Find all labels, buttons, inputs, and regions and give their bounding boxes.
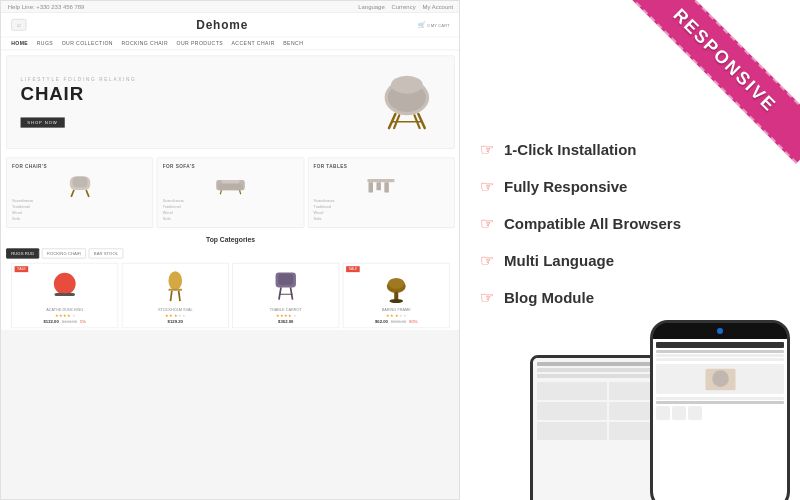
svg-rect-25 (55, 293, 75, 296)
tab-bar-stool[interactable]: BAR STOOL (89, 248, 123, 258)
phone-img-placeholder (656, 364, 784, 394)
phone-content-bar-1 (656, 350, 784, 353)
product-card-3[interactable]: THABLE CARROT ★★★★★ $362.00 (232, 263, 339, 328)
feature-icon-2: ☞ (480, 177, 494, 196)
feature-text-4: Multi Language (504, 252, 614, 269)
cat-tables-icon (364, 172, 398, 198)
nav-bench[interactable]: BENCH (283, 41, 303, 46)
product-card-4[interactable]: Sale BARING FRAME ★★★★★ $ (343, 263, 450, 328)
product-name-2: STOCKHOLM SVAL (126, 308, 225, 312)
cat-sofas-title: FOR SOFA'S (163, 163, 298, 168)
phone-content-bar-5 (656, 401, 784, 404)
nav-collection[interactable]: OUR COLLECTION (62, 41, 113, 46)
svg-line-11 (86, 190, 89, 197)
right-panel: RESPONSIVE ☞ 1-Click Installation ☞ Full… (460, 0, 800, 500)
site-nav: HOME RUGS OUR COLLECTION ROCKING CHAIR O… (1, 38, 460, 51)
product-grid: Sale ACATHE DUNCHING ★★★★★ (6, 263, 455, 328)
cat-chairs-icon (63, 172, 97, 198)
product-img-1 (15, 267, 114, 305)
product-price-2: $129.20 (126, 319, 225, 324)
cart-button[interactable]: 🛒 0 MY CART (418, 21, 450, 28)
nav-home[interactable]: HOME (11, 41, 28, 46)
svg-rect-9 (72, 176, 87, 187)
product-stars-2: ★★★★★ (126, 313, 225, 318)
phone-bottom-icon-3 (688, 406, 702, 420)
phone-content-bar-3 (656, 358, 784, 361)
feature-icon-5: ☞ (480, 288, 494, 307)
hero-title: CHAIR (21, 85, 373, 104)
product-price-4: $62.00 $900.00 90% (347, 319, 446, 324)
svg-rect-21 (385, 182, 390, 192)
svg-point-38 (389, 299, 403, 303)
product-img-3 (236, 267, 335, 305)
site-logo: Dehome (196, 18, 248, 32)
tab-rocking[interactable]: ROCKING CHAIR (42, 248, 86, 258)
svg-point-40 (712, 370, 729, 387)
product-name-1: ACATHE DUNCHING (15, 308, 114, 312)
phone-bottom-icon-2 (672, 406, 686, 420)
phone-notch (653, 323, 787, 339)
category-tabs: RUGS RUG ROCKING CHAIR BAR STOOL (6, 248, 455, 258)
svg-line-10 (71, 190, 74, 197)
product-img-4 (347, 267, 446, 305)
feature-5: ☞ Blog Module (480, 288, 681, 307)
cat-chairs-items: ScandinaviaTraditionalWoodSofa (12, 197, 147, 221)
svg-line-33 (291, 288, 293, 300)
cat-sofas[interactable]: FOR SOFA'S ScandinaviaTraditionalWoodSof… (157, 157, 304, 227)
responsive-ribbon: RESPONSIVE (621, 0, 800, 164)
nav-rugs[interactable]: RUGS (37, 41, 53, 46)
phone-frame (650, 320, 790, 500)
cat-tables[interactable]: FOR TABLES ScandinaviaTraditionalWoodSof… (308, 157, 455, 227)
feature-text-3: Compatible All Browsers (504, 215, 681, 232)
phone-bottom-icon-1 (656, 406, 670, 420)
svg-point-26 (168, 271, 182, 290)
tab-rugs[interactable]: RUGS RUG (6, 248, 39, 258)
account-link[interactable]: My Account (422, 4, 453, 10)
search-icon: ⌕ (17, 21, 21, 29)
shop-now-button[interactable]: SHOP NOW (21, 117, 65, 127)
svg-line-28 (170, 291, 171, 301)
top-categories-title: Top Categories (6, 236, 455, 244)
mobile-preview (650, 320, 800, 500)
cat-chairs[interactable]: FOR CHAIR'S ScandinaviaTraditionalWoodSo… (6, 157, 153, 227)
svg-point-36 (388, 278, 404, 289)
feature-text-5: Blog Module (504, 289, 594, 306)
svg-point-2 (391, 75, 423, 93)
site-topbar: Help Line: +330 233 456 789 Language Cur… (1, 1, 460, 13)
cart-icon: 🛒 (418, 21, 426, 28)
feature-3: ☞ Compatible All Browsers (480, 214, 681, 233)
cart-label: 0 MY CART (427, 22, 450, 27)
svg-point-22 (54, 273, 76, 295)
feature-icon-4: ☞ (480, 251, 494, 270)
hero-chair-image (372, 66, 440, 138)
product-img-2 (126, 267, 225, 305)
svg-line-17 (240, 190, 241, 194)
category-cards: FOR CHAIR'S ScandinaviaTraditionalWoodSo… (1, 154, 460, 231)
hero-label: LIFESTYLE FOLDING RELAXING (21, 77, 373, 82)
product-card-2[interactable]: STOCKHOLM SVAL ★★★★★ $129.20 (122, 263, 229, 328)
site-header: ⌕ Dehome 🛒 0 MY CART (1, 13, 460, 38)
hero-section: LIFESTYLE FOLDING RELAXING CHAIR SHOP NO… (6, 55, 455, 149)
svg-rect-27 (168, 289, 182, 291)
nav-rocking[interactable]: ROCKING CHAIR (121, 41, 168, 46)
product-price-3: $362.00 (236, 319, 335, 324)
search-box[interactable]: ⌕ (11, 19, 26, 31)
svg-line-16 (220, 190, 221, 194)
phone-content (653, 339, 787, 423)
language-link[interactable]: Language (358, 4, 384, 10)
cat-sofas-items: ScandinaviaTraditionalWoodSofa (163, 197, 298, 221)
svg-rect-19 (369, 182, 374, 192)
phone-content-bar-2 (656, 354, 784, 357)
ribbon-container: RESPONSIVE (600, 0, 800, 200)
nav-accent[interactable]: ACCENT CHAIR (232, 41, 275, 46)
svg-rect-15 (218, 183, 243, 190)
currency-link[interactable]: Currency (391, 4, 415, 10)
help-line: Help Line: +330 233 456 789 (8, 4, 85, 10)
feature-icon-1: ☞ (480, 140, 494, 159)
svg-rect-20 (377, 182, 382, 190)
svg-rect-31 (278, 274, 293, 285)
svg-rect-18 (368, 179, 395, 182)
tablet-cell-5 (537, 422, 607, 440)
nav-products[interactable]: OUR PRODUCTS (177, 41, 223, 46)
product-card-1[interactable]: Sale ACATHE DUNCHING ★★★★★ (11, 263, 118, 328)
